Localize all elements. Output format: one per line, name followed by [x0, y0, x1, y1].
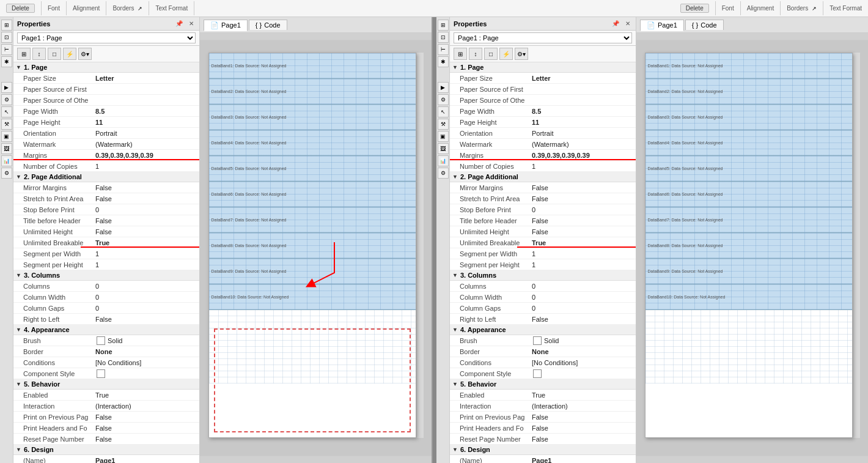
props-content-left: ▼ 1. Page Paper Size Letter Paper Source…	[13, 62, 199, 463]
rside-icon-4[interactable]: ✱	[438, 56, 449, 67]
section-header-appearance[interactable]: ▼ 4. Appearance	[13, 325, 199, 335]
hscrollbar-top-right[interactable]	[636, 33, 868, 40]
side-icon-cursor[interactable]: ↖	[1, 106, 12, 117]
section-header-page[interactable]: ▼ 1. Page	[13, 62, 199, 73]
rside-icon-10[interactable]: 📊	[438, 155, 449, 166]
side-icon-6[interactable]: ⚙	[1, 94, 12, 105]
code-tab-icon-left: { }	[256, 21, 262, 29]
props-btn-lightning[interactable]: ⚡	[63, 48, 76, 60]
prop-name-label: Paper Source of First	[13, 86, 93, 93]
side-icon-2[interactable]: ⊡	[1, 32, 12, 43]
section-header-behavior[interactable]: ▼ 5. Behavior	[450, 379, 636, 390]
prop-val-Enabled: True	[529, 391, 636, 399]
close-icon-right[interactable]: ✕	[623, 20, 632, 28]
side-icon-3[interactable]: ⊢	[1, 44, 12, 55]
rside-icon-2[interactable]: ⊡	[438, 32, 449, 43]
rside-icon-9[interactable]: 🖼	[438, 143, 449, 154]
tab-page1-right[interactable]: 📄 Page1	[640, 20, 684, 31]
section-header-columns[interactable]: ▼ 3. Columns	[13, 270, 199, 281]
prop-row: Paper Source of Othe	[13, 95, 199, 106]
prop-val-Right-to-Left: False	[529, 316, 636, 323]
rside-icon-8[interactable]: ▣	[438, 131, 449, 142]
properties-title-left: Properties	[17, 20, 50, 28]
delete-button-right[interactable]: Delete	[680, 4, 709, 13]
rprops-btn-sort[interactable]: ↕	[469, 48, 482, 60]
side-icon-11[interactable]: ⚙	[1, 168, 12, 179]
page-select-left[interactable]: Page1 : Page	[17, 32, 196, 43]
side-icon-8[interactable]: ▣	[1, 131, 12, 142]
tab-code-left[interactable]: { } Code	[249, 20, 287, 30]
hscrollbar-bottom-left[interactable]	[200, 456, 432, 463]
hscrollbar-bottom-right[interactable]	[636, 456, 868, 463]
rside-icon-11[interactable]: ⚙	[438, 168, 449, 179]
prop-val-Segment-per-Height: 1	[529, 261, 636, 269]
section-header-columns[interactable]: ▼ 3. Columns	[450, 270, 636, 281]
rside-icon-cursor-r[interactable]: ↖	[438, 106, 449, 117]
prop-name-label: Component Style	[450, 370, 529, 377]
tab-page1-left[interactable]: 📄 Page1	[204, 20, 248, 31]
prop-val-(Name): Page1	[93, 457, 199, 464]
props-btn-gear[interactable]: ⚙▾	[78, 48, 92, 60]
prop-row: Print Headers and Fo False	[13, 423, 199, 434]
prop-val-Page-Width: 8.5	[529, 108, 636, 115]
rprops-btn-lightning[interactable]: ⚡	[499, 48, 513, 60]
side-icon-7[interactable]: ⚒	[1, 119, 12, 130]
close-icon[interactable]: ✕	[187, 20, 196, 28]
prop-val-Mirror-Margins: False	[529, 184, 636, 191]
section-title-page-additional: 2. Page Additional	[460, 173, 518, 180]
section-header-page-additional[interactable]: ▼ 2. Page Additional	[450, 172, 636, 182]
style-box[interactable]	[97, 369, 105, 378]
prop-val-Conditions: [No Conditions]	[529, 359, 636, 366]
prop-val-Unlimited-Breakable: True	[93, 239, 199, 246]
rside-icon-1[interactable]: ⊞	[438, 20, 449, 31]
prop-name-label: Column Width	[450, 294, 529, 301]
data-band: DataBand6: Data Source: Not Assigned	[209, 182, 416, 207]
pin-icon-right[interactable]: 📌	[610, 20, 621, 28]
section-header-behavior[interactable]: ▼ 5. Behavior	[13, 379, 199, 390]
section-header-page[interactable]: ▼ 1. Page	[450, 62, 636, 73]
band-label: DataBand6: Data Source: Not Assigned	[648, 192, 723, 196]
prop-val-Stretch-to-Print-Area: False	[93, 195, 199, 202]
props-btn-box[interactable]: □	[48, 48, 61, 60]
data-band: DataBand4: Data Source: Not Assigned	[645, 130, 852, 156]
prop-row: Paper Source of Othe	[450, 95, 636, 106]
brush-checkbox[interactable]	[97, 336, 105, 345]
side-icon-4[interactable]: ✱	[1, 56, 12, 67]
style-box[interactable]	[533, 369, 542, 378]
page-canvas-right: DataBand1: Data Source: Not Assigned Dat…	[636, 40, 868, 456]
rside-icon-3[interactable]: ⊢	[438, 44, 449, 55]
section-header-appearance[interactable]: ▼ 4. Appearance	[450, 325, 636, 335]
vscrollbar-left[interactable]	[416, 53, 424, 438]
side-icon-1[interactable]: ⊞	[1, 20, 12, 31]
rside-icon-6[interactable]: ⚙	[438, 94, 449, 105]
prop-row: Segment per Height 1	[13, 259, 199, 270]
rprops-btn-box[interactable]: □	[484, 48, 498, 60]
brush-checkbox[interactable]	[533, 336, 542, 345]
rprops-btn-gear[interactable]: ⚙▾	[515, 48, 528, 60]
prop-name-label: Page Width	[450, 108, 529, 115]
prop-val-(Name): Page1	[529, 457, 636, 464]
rprops-btn-grid[interactable]: ⊞	[454, 48, 467, 60]
section-header-design[interactable]: ▼ 6. Design	[450, 445, 636, 455]
side-icon-9[interactable]: 🖼	[1, 143, 12, 154]
prop-row: Brush Solid	[450, 335, 636, 346]
prop-row: Print Headers and Fo False	[450, 423, 636, 434]
prop-name-label: Unlimited Height	[450, 228, 529, 235]
delete-button[interactable]: Delete	[6, 4, 35, 13]
vscrollbar-right[interactable]	[853, 53, 860, 438]
side-icon-5[interactable]: ▶	[1, 82, 12, 93]
props-btn-sort[interactable]: ↕	[32, 48, 46, 60]
prop-val-Column-Gaps: 0	[529, 305, 636, 312]
props-btn-grid[interactable]: ⊞	[17, 48, 31, 60]
tab-code-right[interactable]: { } Code	[685, 20, 724, 30]
page-select-right[interactable]: Page1 : Page	[454, 32, 632, 43]
pin-icon[interactable]: 📌	[174, 20, 185, 28]
data-band: DataBand7: Data Source: Not Assigned	[209, 207, 416, 233]
borders-label-right: Borders	[787, 5, 808, 12]
hscrollbar-top-left[interactable]	[200, 33, 432, 40]
rside-icon-5[interactable]: ▶	[438, 82, 449, 93]
rside-icon-7[interactable]: ⚒	[438, 119, 449, 130]
side-icon-10[interactable]: 📊	[1, 155, 12, 166]
section-header-design[interactable]: ▼ 6. Design	[13, 445, 199, 455]
section-header-page-additional[interactable]: ▼ 2. Page Additional	[13, 172, 199, 182]
